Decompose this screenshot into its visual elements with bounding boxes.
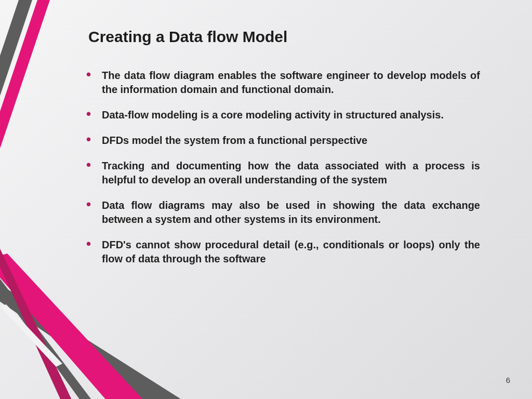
page-number: 6 (506, 376, 510, 384)
list-item: DFDs model the system from a functional … (83, 134, 480, 148)
list-item: Tracking and documenting how the data as… (83, 159, 480, 187)
svg-marker-6 (0, 304, 62, 367)
list-item: Data flow diagrams may also be used in s… (83, 198, 480, 227)
slide-content: Creating a Data flow Model The data flow… (0, 0, 532, 266)
bullet-list: The data flow diagram enables the softwa… (83, 69, 480, 266)
list-item: The data flow diagram enables the softwa… (83, 69, 480, 97)
slide-title: Creating a Data flow Model (88, 28, 480, 46)
svg-marker-4 (0, 273, 135, 399)
svg-marker-2 (0, 286, 223, 399)
list-item: Data-flow modeling is a core modeling ac… (83, 108, 480, 122)
list-item: DFD's cannot show procedural detail (e.g… (83, 238, 480, 266)
svg-marker-3 (0, 254, 187, 399)
